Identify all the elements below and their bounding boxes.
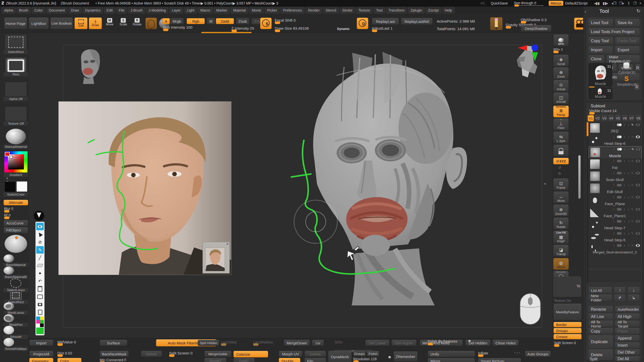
lazyradius-slider[interactable]: LazyRadius [253,340,282,344]
smooth-valleys-brush[interactable]: SmoothValleys [4,338,28,351]
rgb-intensity-slider[interactable]: Rgb Intensity 100 [163,25,221,29]
bpr-button[interactable]: BPR [553,34,569,46]
swatch-white[interactable] [36,324,40,327]
tab-v7[interactable]: V7 [628,115,635,121]
polyframe-button[interactable]: Line Fill ▦PolyF [553,231,569,244]
import-mesh-button[interactable]: Import [29,340,53,346]
annotation-active-color[interactable] [36,328,44,334]
storemt-button[interactable]: StoreMT [204,358,226,362]
load-tools-from-project-button[interactable]: Load Tools From Project [588,28,640,36]
panel-collapse-icon[interactable]: ‹ [585,9,586,14]
subtool-row-5[interactable]: ⇂◐◑✎ Edit Skull [589,183,641,195]
inset-photo-panel[interactable]: × [203,242,230,274]
lazystep-slider[interactable]: LazyStep [221,340,249,344]
subtool-row-6[interactable]: ⇂◐◑✎ Face_Plane [589,195,641,207]
pencil-tool-button[interactable] [490,17,503,30]
zoom3d-button[interactable]: ⊕Zoom3D [553,205,569,216]
quicksave-button[interactable]: QuickSave [491,1,508,5]
menu-movie[interactable]: Movie [249,7,264,14]
basic-material-item[interactable]: BasicMaterial [4,254,28,267]
tray-left-icon[interactable]: ◂▮▮ [594,1,599,5]
subtool-down-button[interactable]: ↓ [627,287,640,294]
menu-file[interactable]: File [116,7,127,14]
annotation-dot-size[interactable]: ● [36,269,44,277]
menu-layer[interactable]: Layer [169,7,183,14]
brush-preview[interactable] [145,18,157,29]
del-higher-button[interactable]: Del Higher [391,340,417,346]
edit-button[interactable]: Edit [74,18,88,29]
flip-button[interactable]: Flip [304,358,326,362]
list-all-button[interactable]: List All [588,287,612,294]
dynamesh-button[interactable]: DynaMesh [328,351,352,362]
subtool-row-empty-2[interactable] [589,271,641,281]
colorize-button[interactable]: Colorize [233,351,268,357]
import-button[interactable]: Import [588,46,613,54]
layout-next-icon[interactable]: ❒▸ [619,1,624,5]
all-to-home-button[interactable]: All To Home [588,321,613,327]
alpha-chip[interactable]: A [162,18,170,24]
subtool-paste-button[interactable]: Paste [615,328,640,334]
midvalue-slider[interactable]: MidValue 0 [57,340,95,344]
polish-by-features-slider-main[interactable]: Polish By Features [428,339,471,344]
projectall-button[interactable]: ProjectAll [29,351,53,357]
auto-groups-button[interactable]: Auto Groups [525,351,551,357]
menu-dynamics[interactable]: Dynamics [83,7,103,14]
clone-button[interactable]: Clone [588,55,605,63]
move-button[interactable]: M Move [104,18,116,29]
orientation-preview[interactable] [513,42,546,82]
zremesher-button[interactable]: ZRemesher [393,351,418,361]
subtool-copy-button[interactable]: Copy [588,328,613,334]
menu-zscript[interactable]: Zscript [426,7,441,14]
delete-uv-button[interactable]: Delete [304,351,326,357]
menu-document[interactable]: Document [46,7,67,14]
double-button[interactable]: Double [279,358,300,362]
rename-button[interactable]: Rename [588,306,613,312]
zoom-button[interactable]: ⊕Zoom [553,67,569,79]
xyz-rotation-button[interactable]: ↺XYZ [553,158,569,164]
replay-last-rel-button[interactable]: ReplayLastRel [401,18,433,25]
split-screen-slider-left[interactable]: Split Screen 0 [169,351,202,355]
adjust-last-slider[interactable]: AdjustLast 1 [372,26,433,30]
menu-alpha[interactable]: Alpha [2,7,16,14]
duplicate-button[interactable]: Duplicate [588,335,613,348]
annotation-line-tool[interactable]: ╱ [36,254,44,261]
shelf-scrollbar[interactable] [201,32,252,33]
visible-count-slider[interactable]: Visible Count 14 [589,109,639,113]
annotation-screenshot[interactable] [36,301,44,308]
subtool-row-9[interactable]: ⇂◐◑✎ Head Step-5 [589,231,641,243]
subtool-row-8[interactable]: ⇂◐◑✎ Head Step-7 [589,219,641,231]
smooth-brush[interactable]: Smooth [4,326,28,339]
frame-button[interactable]: ⊡Frame [553,178,569,190]
subtool-row-2-selected[interactable]: ⇂◐◑✎ Muscle [589,146,641,159]
persp-button[interactable]: Dynamic ≣Persp [553,106,569,117]
geometry-section-button[interactable]: Geometry [29,358,53,362]
menu-light[interactable]: Light [184,7,197,14]
tab-v5[interactable]: V5 [615,115,621,121]
mergevisible-button[interactable]: MergeVisible [204,351,231,357]
close-icon[interactable]: × [639,1,641,5]
swatch-magenta[interactable] [36,320,40,324]
current-stroke-selector[interactable]: SelectRect [4,34,28,54]
ecorche-model[interactable] [277,43,483,312]
subtool-row-10[interactable]: ⇂◐◑✎ Merged_Skull-decimation2_5 [589,243,641,255]
split-section-label[interactable]: Split [590,357,597,361]
dynamic-label[interactable]: Dynamic [337,27,350,31]
annotation-cursor-tool[interactable] [36,231,44,238]
replay-last-button[interactable]: ReplayLast [372,18,399,25]
subtool-up-button[interactable]: ↑ [614,287,626,294]
annotation-highlighter-tool[interactable]: ✎ [36,246,44,254]
annotation-clipboard[interactable] [36,308,44,316]
layout-prev-icon[interactable]: ◂❒ [611,1,616,5]
minimize-icon[interactable]: ↧ [627,1,630,5]
subtool-row-7[interactable]: ⇂◐◑✎ Face_Plane1 [589,207,641,219]
menu-preferences[interactable]: Preferences [280,7,304,14]
all-low-button[interactable]: All Low [588,313,613,320]
append-button[interactable]: Append [615,335,640,341]
tool-item-muscle-small[interactable]: 11 Muscle [589,87,612,99]
insert-button[interactable]: Insert [615,342,640,348]
tool-item-cylinder[interactable]: Cylinder3D [614,63,640,74]
menu-draw[interactable]: Draw [68,7,82,14]
menu-macro[interactable]: Macro [198,7,213,14]
del-all-button[interactable]: Del All [615,356,640,361]
lightbox-button[interactable]: LightBox [29,18,49,29]
